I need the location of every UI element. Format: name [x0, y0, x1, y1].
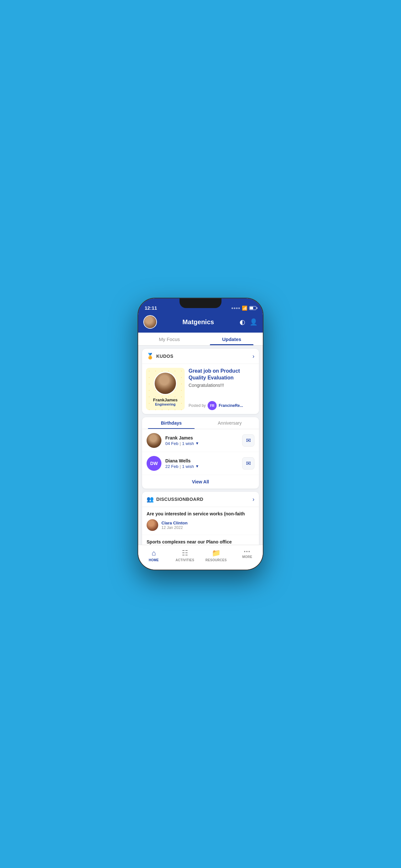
bottom-navigation: ⌂ HOME ☷ ACTIVITIES 📁 RESOURCES ••• MORE: [138, 545, 263, 569]
poster-avatar: FR: [208, 401, 217, 410]
nav-activities[interactable]: ☷ ACTIVITIES: [169, 548, 201, 563]
birthday-item-diana: DW Diana Wells 22 Feb | 1 wish ▼ ✉: [142, 452, 259, 475]
clara-name: Clara Clinton: [161, 521, 188, 525]
discussion-section: 👥 DISCUSSIONBOARD › Are you interested i…: [142, 492, 259, 552]
avatar-image: [144, 316, 156, 328]
discussion-title: DISCUSSIONBOARD: [156, 497, 204, 502]
diana-wish-count: 1 wish: [182, 464, 194, 469]
kudos-title: KUDOS: [156, 353, 174, 359]
birthdays-section: Birthdays Anniversary Frank James 04 Feb: [142, 417, 259, 489]
kudos-info: Great job on Product Quality Evaluation …: [189, 368, 255, 410]
kudos-person-card: FrankJames Engineering: [146, 368, 185, 410]
main-content: 🏅 KUDOS › FrankJames Engineering: [138, 345, 263, 569]
battery-icon: [249, 306, 256, 310]
envelope-edit-icon: ✉: [246, 437, 251, 444]
birthday-sub-tabs: Birthdays Anniversary: [142, 417, 259, 429]
diana-wish-chevron[interactable]: ▼: [195, 464, 199, 469]
sub-tab-birthdays[interactable]: Birthdays: [142, 417, 201, 429]
kudos-chevron-right[interactable]: ›: [252, 353, 254, 360]
frank-name: Frank James: [165, 435, 238, 440]
kudos-body: FrankJames Engineering Great job on Prod…: [142, 364, 259, 414]
discussion-header-left: 👥 DISCUSSIONBOARD: [147, 496, 204, 503]
birthday-item-frank: Frank James 04 Feb | 1 wish ▼ ✉: [142, 429, 259, 452]
clara-avatar-image: [147, 519, 158, 531]
resources-icon: 📁: [212, 549, 220, 557]
theme-toggle-button[interactable]: ◐: [240, 318, 245, 326]
status-time: 12:11: [145, 305, 157, 311]
kudos-achievement-title: Great job on Product Quality Evaluation: [189, 368, 255, 381]
posted-by-label: Posted by: [189, 403, 206, 408]
diana-name: Diana Wells: [165, 458, 238, 463]
clara-date: 12 Jan 2022: [161, 525, 188, 530]
kudos-icon: 🏅: [147, 352, 154, 360]
discussion-chevron-right[interactable]: ›: [252, 496, 254, 503]
kudos-header: 🏅 KUDOS ›: [142, 349, 259, 364]
sub-tab-anniversary[interactable]: Anniversary: [201, 417, 259, 429]
status-icons: 📶: [232, 306, 256, 311]
diana-date: 22 Feb | 1 wish ▼: [165, 464, 238, 469]
discussion-item-1[interactable]: Are you interested in service works (non…: [142, 507, 259, 535]
frank-date: 04 Feb | 1 wish ▼: [165, 441, 238, 446]
nav-resources[interactable]: 📁 RESOURCES: [201, 548, 232, 563]
more-icon: •••: [244, 549, 251, 554]
kudos-person-name: FrankJames: [153, 398, 178, 402]
clara-info: Clara Clinton 12 Jan 2022: [161, 521, 188, 530]
discussion-icon: 👥: [147, 496, 154, 503]
poster-name: FrancineRe...: [219, 403, 243, 408]
frank-wish-button[interactable]: ✉: [242, 434, 254, 446]
discussion-header: 👥 DISCUSSIONBOARD ›: [142, 492, 259, 507]
discussion-item-2-title: Sports complexes near our Plano office: [147, 539, 254, 545]
home-icon: ⌂: [152, 549, 156, 557]
app-title: Matgenics: [157, 318, 240, 326]
view-all-row: View All: [142, 475, 259, 489]
kudos-person-dept: Engineering: [155, 402, 176, 406]
discussion-item-1-title: Are you interested in service works (non…: [147, 511, 254, 517]
kudos-posted-by: Posted by FR FrancineRe...: [189, 401, 255, 410]
envelope-edit-icon-2: ✉: [246, 460, 251, 467]
view-all-button[interactable]: View All: [192, 479, 209, 485]
clara-avatar: [147, 519, 158, 531]
signal-dots: [232, 307, 240, 309]
main-tabs: My Focus Updates: [138, 333, 263, 345]
nav-more[interactable]: ••• MORE: [232, 548, 263, 563]
kudos-header-left: 🏅 KUDOS: [147, 352, 174, 360]
activities-icon: ☷: [182, 549, 188, 557]
discussion-author-1: Clara Clinton 12 Jan 2022: [147, 519, 254, 531]
nav-home[interactable]: ⌂ HOME: [138, 548, 169, 563]
phone-screen: 12:11 📶 Matgenics ◐: [138, 299, 263, 569]
user-search-button[interactable]: 👤: [250, 318, 258, 326]
header-actions: ◐ 👤: [240, 318, 258, 326]
notch: [180, 299, 221, 308]
frank-avatar: [147, 433, 161, 448]
diana-info: Diana Wells 22 Feb | 1 wish ▼: [165, 458, 238, 469]
kudos-avatar-image: [155, 373, 176, 394]
kudos-person-avatar: [154, 372, 177, 395]
frank-wish-count: 1 wish: [182, 441, 194, 446]
resources-label: RESOURCES: [205, 558, 227, 562]
activities-label: ACTIVITIES: [176, 558, 194, 562]
tab-updates[interactable]: Updates: [201, 333, 263, 345]
diana-wish-button[interactable]: ✉: [242, 457, 254, 469]
more-label: MORE: [242, 555, 252, 559]
tab-my-focus[interactable]: My Focus: [138, 333, 201, 345]
kudos-section: 🏅 KUDOS › FrankJames Engineering: [142, 349, 259, 414]
phone-shell: 12:11 📶 Matgenics ◐: [137, 298, 264, 570]
home-label: HOME: [149, 558, 159, 562]
app-header: Matgenics ◐ 👤: [138, 313, 263, 333]
kudos-congratulations: Congratulations!!!: [189, 383, 255, 388]
wifi-icon: 📶: [242, 306, 247, 311]
frank-avatar-image: [147, 433, 161, 448]
diana-avatar: DW: [147, 456, 161, 471]
frank-wish-chevron[interactable]: ▼: [195, 441, 199, 445]
user-avatar[interactable]: [143, 315, 157, 329]
frank-info: Frank James 04 Feb | 1 wish ▼: [165, 435, 238, 446]
